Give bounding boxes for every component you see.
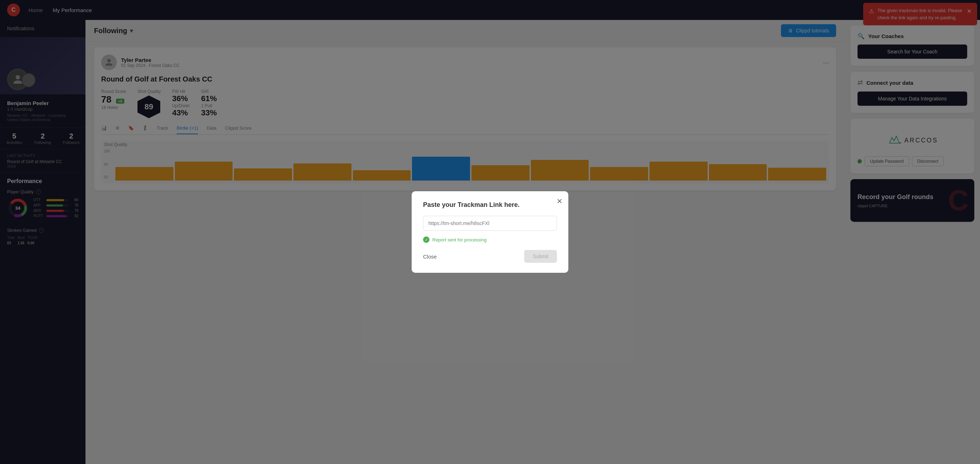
trackman-link-input[interactable] (423, 216, 557, 231)
modal-close-button[interactable]: Close (423, 254, 437, 260)
modal-success-message: ✓ Report sent for processing (423, 237, 557, 243)
modal-overlay[interactable]: Paste your Trackman Link here. ✕ ✓ Repor… (0, 0, 980, 464)
modal-close-x-button[interactable]: ✕ (557, 197, 563, 205)
modal-title: Paste your Trackman Link here. (423, 201, 557, 209)
success-checkmark-icon: ✓ (423, 237, 430, 243)
trackman-modal: Paste your Trackman Link here. ✕ ✓ Repor… (412, 191, 568, 273)
modal-submit-button[interactable]: Submit (524, 250, 557, 263)
modal-actions: Close Submit (423, 250, 557, 263)
